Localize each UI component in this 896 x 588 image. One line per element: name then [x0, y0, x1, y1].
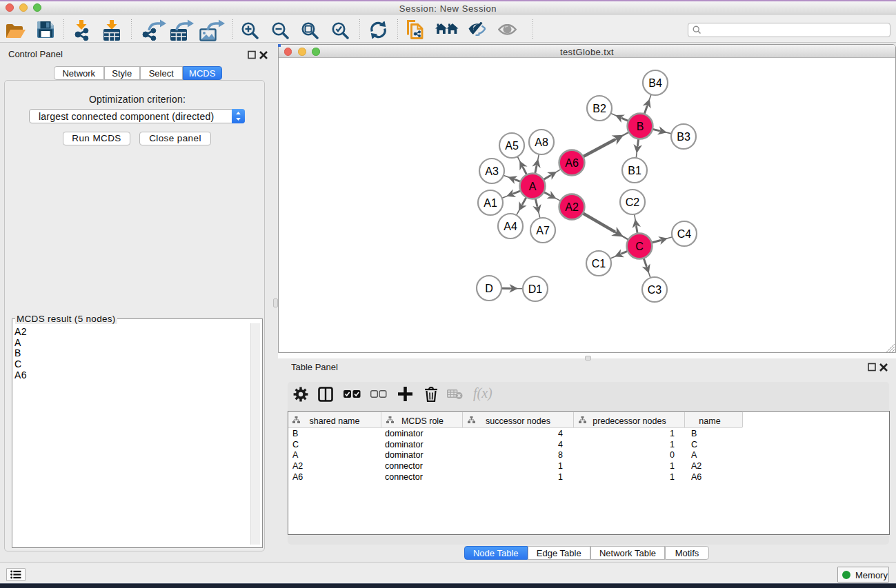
svg-text:C: C: [635, 241, 644, 252]
svg-text:B4: B4: [648, 77, 662, 89]
svg-text:A2: A2: [565, 201, 579, 213]
svg-text:A1: A1: [484, 197, 497, 209]
svg-text:D1: D1: [528, 283, 543, 295]
svg-text:C3: C3: [648, 284, 662, 296]
svg-text:C1: C1: [592, 258, 606, 270]
svg-text:A8: A8: [535, 136, 548, 148]
svg-text:C2: C2: [626, 196, 640, 208]
svg-text:A7: A7: [536, 225, 550, 236]
svg-text:A4: A4: [504, 221, 517, 232]
svg-text:B2: B2: [593, 103, 606, 114]
svg-text:A6: A6: [565, 157, 579, 169]
svg-text:B: B: [637, 121, 644, 132]
svg-text:B1: B1: [628, 165, 641, 176]
svg-text:B3: B3: [677, 131, 690, 143]
svg-text:D: D: [485, 283, 493, 294]
svg-text:A3: A3: [485, 165, 499, 177]
svg-text:A: A: [529, 181, 537, 192]
svg-text:C4: C4: [677, 228, 692, 240]
svg-text:A5: A5: [505, 140, 519, 152]
